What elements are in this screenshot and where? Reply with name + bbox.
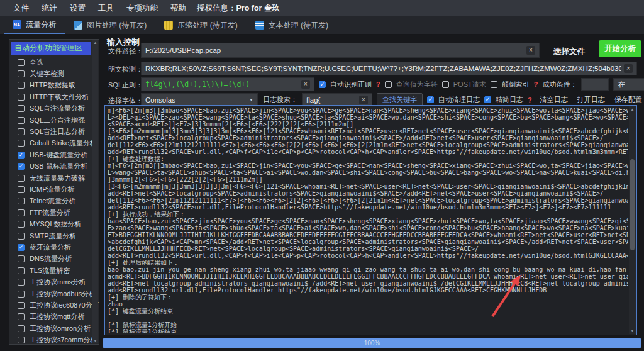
- checkbox-icon[interactable]: [18, 244, 25, 251]
- sidebar-item[interactable]: 工控协议mms分析: [9, 276, 99, 287]
- menu-settings[interactable]: 设置: [64, 3, 91, 14]
- log-line: [3<F6>[m2mmmmm]m]3]3mm3]3]3]3]3m[<F6><F6…: [108, 183, 628, 190]
- sidebar-item[interactable]: Telnet流量分析: [9, 196, 99, 207]
- tab-traffic-analysis[interactable]: NA 流量分析: [4, 16, 65, 34]
- checkbox-icon[interactable]: [18, 337, 25, 343]
- sidebar-item[interactable]: SQL盲注流量分析: [9, 103, 99, 114]
- sidebar-item[interactable]: USB-鼠标流量分析: [9, 161, 99, 172]
- font-select[interactable]: Consolas ▼: [141, 93, 258, 106]
- sidebar-item[interactable]: MYSQL数据分析: [9, 218, 99, 230]
- checkbox-icon[interactable]: [18, 82, 25, 89]
- post-request-checkbox[interactable]: [442, 81, 449, 88]
- sidebar-item-label: DNS流量分析: [30, 254, 72, 264]
- checkbox-icon[interactable]: [18, 186, 25, 193]
- help-icon[interactable]: ?: [376, 81, 380, 88]
- scrollbar-thumb[interactable]: [630, 159, 635, 250]
- clear-log-button[interactable]: 清空日志: [540, 95, 568, 104]
- checkbox-icon[interactable]: [18, 221, 25, 228]
- sidebar-item[interactable]: SQL盲注日志分析: [9, 126, 99, 137]
- clear-icon[interactable]: ×: [301, 80, 310, 89]
- sidebar-item[interactable]: USB-键盘流量分析: [9, 149, 99, 160]
- sidebar-item[interactable]: SMTP流量分析: [9, 230, 99, 242]
- sidebar-header[interactable]: 自动分析功能管理区: [11, 42, 91, 55]
- checkbox-icon[interactable]: [18, 117, 25, 124]
- checkbox-icon[interactable]: [18, 163, 25, 170]
- auto-regex-checkbox[interactable]: [319, 81, 326, 88]
- clear-icon[interactable]: ×: [359, 96, 368, 104]
- sidebar-item[interactable]: SQL二分盲注增强: [9, 114, 99, 126]
- simple-log-checkbox[interactable]: [484, 96, 491, 103]
- checkbox-icon[interactable]: [18, 302, 25, 309]
- checkbox-icon[interactable]: [18, 233, 25, 240]
- checkbox-icon[interactable]: [18, 267, 25, 274]
- sidebar-item[interactable]: 无线流量暴力破解: [9, 172, 99, 184]
- sidebar-item[interactable]: 工控协议modbus分析: [9, 288, 99, 299]
- checkbox-icon[interactable]: [18, 175, 25, 182]
- checkbox-icon[interactable]: [18, 198, 25, 204]
- log-line: [3<F6>[m2mmmmm]m]3]3mm3]3]3]3]3m[<F6><F6…: [108, 128, 628, 135]
- checkbox-icon[interactable]: [18, 325, 25, 332]
- sidebar-item[interactable]: 工控协议s7comm分析: [9, 334, 99, 345]
- open-log-button[interactable]: 打开日志: [577, 95, 605, 104]
- clear-icon[interactable]: ×: [624, 64, 633, 73]
- checkbox-icon[interactable]: [18, 152, 25, 159]
- reverse-index-checkbox[interactable]: [491, 81, 497, 88]
- sidebar-item[interactable]: 工控协议omron分析: [9, 323, 99, 334]
- menu-help[interactable]: 帮助: [165, 3, 192, 14]
- sidebar-item[interactable]: 工控协议iec60870分析: [9, 299, 99, 311]
- checkbox-icon[interactable]: [18, 209, 25, 216]
- checkbox-icon[interactable]: [18, 128, 25, 135]
- tab-text-processing[interactable]: 文本处理 (待开发): [247, 16, 337, 34]
- sidebar-item[interactable]: HTTP下载文件分析: [9, 91, 99, 103]
- sidebar-item[interactable]: 工控协议mqtt分析: [9, 311, 99, 323]
- checkbox-icon[interactable]: [18, 140, 25, 147]
- scroll-down-icon[interactable]: ▼: [629, 328, 636, 333]
- plaintext-input[interactable]: RKXBR;RLX;S0VZ;S69T;S6NT;SEC;SY9T;SYNT;T…: [141, 62, 637, 75]
- sidebar-item[interactable]: ICMP流量分析: [9, 184, 99, 195]
- find-keyword-button[interactable]: 查找关键字: [377, 93, 423, 106]
- sidebar-item[interactable]: 关键字检测: [9, 68, 99, 79]
- checkbox-icon[interactable]: [18, 279, 25, 286]
- clear-icon[interactable]: ×: [526, 46, 535, 55]
- sidebar-scrollbar[interactable]: ▲ ▼: [92, 40, 98, 343]
- success-condition-input[interactable]: [581, 78, 609, 91]
- sidebar-item[interactable]: HTTP数据提取: [9, 80, 99, 91]
- tab-image-processing[interactable]: 图片处理 (待开发): [65, 16, 155, 34]
- scroll-up-icon[interactable]: ▲: [629, 107, 636, 112]
- scroll-up-icon[interactable]: ▲: [94, 40, 97, 45]
- log-scrollbar[interactable]: ▲ ▼: [629, 106, 636, 334]
- start-analysis-button[interactable]: 开始分析: [599, 40, 641, 57]
- log-output-area[interactable]: m]<F6>[2m[m3[]3mbao<SPACE>bao,zui<SPACE>…: [104, 105, 637, 335]
- checkbox-icon[interactable]: [18, 59, 25, 66]
- sql-regex-input[interactable]: fl4g\),(\d+),1\)\)=(\d+) ×: [141, 77, 314, 91]
- choose-file-button[interactable]: 选择文件: [553, 47, 585, 57]
- scroll-down-icon[interactable]: ▼: [94, 338, 97, 343]
- save-config-button[interactable]: 保存配置: [614, 95, 642, 104]
- file-path-input[interactable]: F:/2025/USBPcap.pcap ×: [141, 43, 540, 58]
- plaintext-value: RKXBR;RLX;S0VZ;S69T;S6NT;SEC;SY9T;SYNT;T…: [145, 65, 621, 72]
- checkbox-icon[interactable]: [18, 313, 25, 320]
- checkbox-icon[interactable]: [18, 94, 25, 101]
- in-select[interactable]: 在 ▼: [613, 78, 644, 91]
- sidebar-item[interactable]: 全选: [9, 57, 99, 68]
- tab-compression-processing[interactable]: 压缩处理 (待开发): [155, 16, 246, 34]
- checkbox-icon[interactable]: [18, 291, 25, 298]
- sidebar-item[interactable]: Cobalt Strike流量分析: [9, 138, 99, 149]
- sidebar-item[interactable]: 蓝牙流量分析: [9, 242, 99, 253]
- log-search-input[interactable]: flag{ ×: [302, 93, 372, 106]
- help-icon[interactable]: ?: [528, 96, 532, 104]
- menu-special-functions[interactable]: 专项功能: [121, 3, 164, 14]
- checkbox-icon[interactable]: [18, 255, 25, 262]
- sidebar-item-label: FTP流量分析: [30, 208, 70, 218]
- menu-statistics[interactable]: 统计: [36, 3, 63, 14]
- menu-tools[interactable]: 工具: [92, 3, 119, 14]
- sidebar-item[interactable]: DNS流量分析: [9, 254, 99, 265]
- sidebar-item[interactable]: TLS流量解密: [9, 265, 99, 276]
- auto-clean-log-checkbox[interactable]: [427, 96, 434, 103]
- query-char-checkbox[interactable]: [385, 81, 392, 88]
- sidebar-item[interactable]: FTP流量分析: [9, 207, 99, 218]
- menu-file[interactable]: 文件: [8, 3, 35, 14]
- checkbox-icon[interactable]: [18, 70, 25, 77]
- help-icon[interactable]: ?: [534, 81, 538, 88]
- checkbox-icon[interactable]: [18, 105, 25, 112]
